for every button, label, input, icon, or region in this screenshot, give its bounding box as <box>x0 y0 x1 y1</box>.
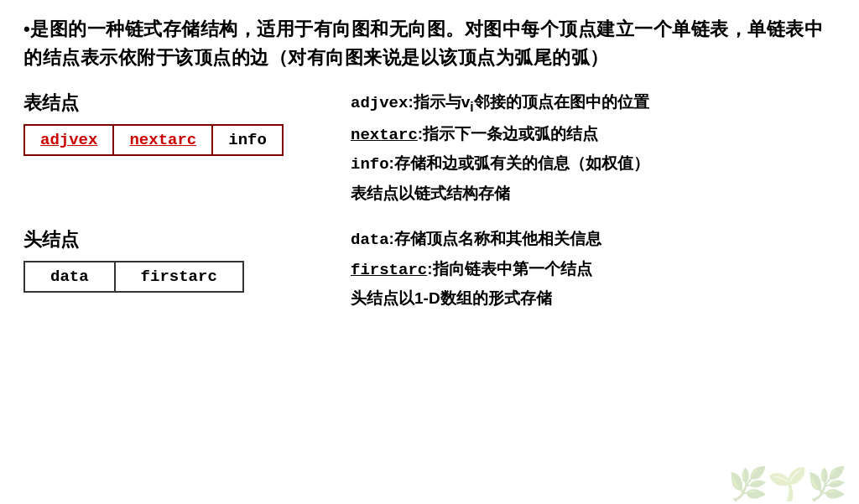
page-container: •是图的一种链式存储结构，适用于有向图和无向图。对图中每个顶点建立一个单链表，单… <box>0 0 859 504</box>
firstarc-cell: firstarc <box>116 262 242 291</box>
firstarc-field-name: firstarc <box>351 261 427 279</box>
data-field-name: data <box>351 231 389 249</box>
head-node-storage-text: 头结点以1-D数组的形式存储 <box>351 289 552 307</box>
info-separator: :存储和边或弧有关的信息（如权值） <box>389 154 649 172</box>
table-node-section: 表结点 adjvex nextarc info adjvex:指示与vi邻接的顶… <box>23 91 836 210</box>
head-node-storage-desc: 头结点以1-D数组的形式存储 <box>351 287 836 311</box>
nextarc-cell: nextarc <box>114 126 213 154</box>
head-node-title: 头结点 <box>23 227 342 252</box>
adjvex-cell: adjvex <box>25 126 114 154</box>
adjvex-separator: :指示与vi邻接的顶点在图中的位置 <box>408 93 648 111</box>
info-desc: info:存储和边或弧有关的信息（如权值） <box>351 152 836 177</box>
data-desc-text: :存储顶点名称和其他相关信息 <box>389 230 601 247</box>
table-node-title: 表结点 <box>23 91 342 116</box>
table-node-left: 表结点 adjvex nextarc info <box>23 91 342 156</box>
head-node-section: 头结点 data firstarc data:存储顶点名称和其他相关信息 fir… <box>23 227 836 316</box>
data-cell: data <box>25 262 116 291</box>
firstarc-desc: firstarc:指向链表中第一个结点 <box>351 257 836 283</box>
data-desc: data:存储顶点名称和其他相关信息 <box>351 227 836 252</box>
info-field-name: info <box>351 155 389 174</box>
intro-paragraph: •是图的一种链式存储结构，适用于有向图和无向图。对图中每个顶点建立一个单链表，单… <box>23 15 836 72</box>
head-node-box: data firstarc <box>23 261 244 293</box>
firstarc-desc-text: :指向链表中第一个结点 <box>427 260 591 278</box>
intro-text: 是图的一种链式存储结构，适用于有向图和无向图。对图中每个顶点建立一个单链表，单链… <box>23 18 823 68</box>
table-node-storage-text: 表结点以链式结构存储 <box>351 184 510 202</box>
head-node-left: 头结点 data firstarc <box>23 227 342 293</box>
table-node-box: adjvex nextarc info <box>23 124 284 156</box>
plant-watermark: 🌿🌱🌿 <box>728 468 846 500</box>
info-cell: info <box>213 126 282 154</box>
adjvex-field-name: adjvex <box>351 94 408 112</box>
nextarc-desc: nextarc:指示下一条边或弧的结点 <box>351 122 836 148</box>
nextarc-separator: :指示下一条边或弧的结点 <box>418 125 598 143</box>
head-node-right: data:存储顶点名称和其他相关信息 firstarc:指向链表中第一个结点 头… <box>342 227 836 316</box>
intro-bullet: • <box>23 18 30 39</box>
nextarc-field-name: nextarc <box>351 126 418 144</box>
adjvex-desc: adjvex:指示与vi邻接的顶点在图中的位置 <box>351 91 836 117</box>
table-node-right: adjvex:指示与vi邻接的顶点在图中的位置 nextarc:指示下一条边或弧… <box>342 91 836 210</box>
table-node-storage-desc: 表结点以链式结构存储 <box>351 182 836 206</box>
